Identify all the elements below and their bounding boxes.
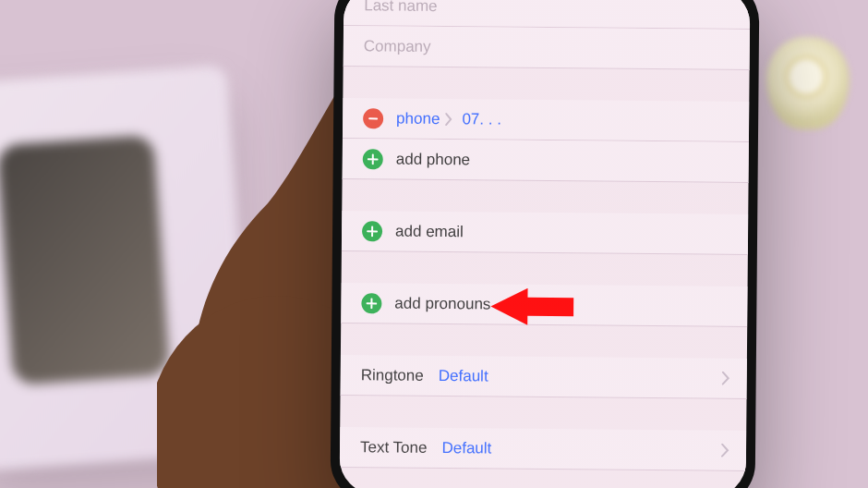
email-group: add email <box>342 211 748 255</box>
chevron-right-icon <box>722 372 730 385</box>
ringtone-value: Default <box>439 367 488 385</box>
background-clock <box>766 37 850 129</box>
phone-entry-row[interactable]: phone 07. . . <box>343 98 749 142</box>
text-tone-value: Default <box>441 439 491 458</box>
background-product-box <box>0 65 253 471</box>
chevron-right-icon <box>445 113 452 126</box>
last-name-placeholder: Last name <box>364 0 438 15</box>
add-pronouns-row[interactable]: add pronouns <box>341 283 747 327</box>
add-phone-row[interactable]: add phone <box>343 139 749 183</box>
text-tone-group: Text Tone Default <box>340 427 746 471</box>
add-icon <box>363 149 383 169</box>
company-field[interactable]: Company <box>344 26 750 70</box>
ringtone-row[interactable]: Ringtone Default <box>341 355 747 399</box>
ringtone-group: Ringtone Default <box>341 355 747 399</box>
phone-device-frame: Last name Company phone 07. . . <box>331 0 760 488</box>
name-group: Last name Company <box>344 0 751 70</box>
add-icon <box>362 221 382 241</box>
company-placeholder: Company <box>364 37 431 56</box>
text-tone-row[interactable]: Text Tone Default <box>340 427 746 471</box>
pronouns-group: add pronouns <box>341 283 747 327</box>
add-email-label: add email <box>395 222 464 241</box>
last-name-field[interactable]: Last name <box>344 0 750 30</box>
add-pronouns-label: add pronouns <box>394 294 490 313</box>
text-tone-label: Text Tone <box>360 438 428 458</box>
phone-group: phone 07. . . add phone <box>343 98 750 183</box>
remove-icon[interactable] <box>363 108 383 128</box>
phone-number-value[interactable]: 07. . . <box>462 110 501 128</box>
chevron-right-icon <box>721 444 729 458</box>
add-email-row[interactable]: add email <box>342 211 748 255</box>
add-icon <box>361 293 381 313</box>
ringtone-label: Ringtone <box>361 366 424 385</box>
phone-screen: Last name Company phone 07. . . <box>340 0 751 488</box>
add-phone-label: add phone <box>396 150 471 169</box>
phone-type-selector[interactable]: phone <box>396 109 440 128</box>
svg-rect-1 <box>368 117 378 119</box>
